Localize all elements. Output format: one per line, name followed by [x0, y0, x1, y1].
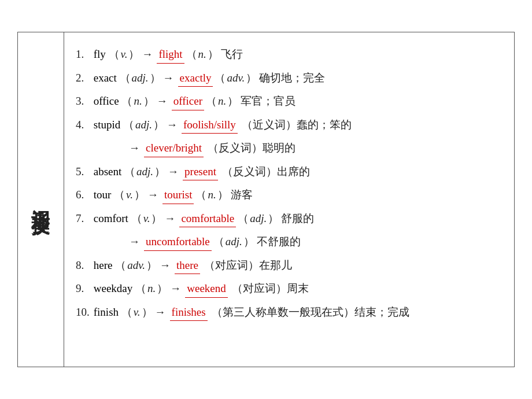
base-word: office: [91, 93, 121, 110]
list-item: 1. fly （v.） → flight （n.） 飞行: [76, 43, 500, 66]
answer-word: uncomfortable: [144, 234, 212, 251]
main-container: 词形变换 1. fly （v.） → flight （n.） 飞行 2. exa…: [17, 32, 515, 367]
list-item: 3. office （n.） → officer （n.） 军官；官员: [76, 90, 500, 113]
item-number: 7.: [76, 210, 91, 227]
item-number: 2.: [76, 70, 91, 87]
answer-word: finishes: [170, 304, 208, 322]
list-subitem: → uncomfortable （adj.） 不舒服的: [76, 230, 500, 254]
list-item: 9. weekday （n.） → weekend （对应词）周末: [76, 277, 500, 301]
list-subitem: → clever/bright （反义词）聪明的: [76, 136, 500, 160]
base-word: stupid: [91, 117, 123, 134]
list-item: 7. comfort （v.） → comfortable （adj.） 舒服的: [76, 207, 500, 231]
answer-word: tourist: [162, 187, 194, 204]
answer-word: clever/bright: [144, 140, 204, 157]
content-area: 1. fly （v.） → flight （n.） 飞行 2. exact （a…: [64, 32, 514, 367]
list-item: 4. stupid （adj.） → foolish/silly （近义词）蠢的…: [76, 113, 500, 137]
answer-word: officer: [172, 93, 204, 110]
list-item: 8. here （adv.） → there （对应词）在那儿: [76, 254, 500, 278]
base-word: absent: [91, 164, 124, 180]
base-word: here: [91, 257, 115, 274]
item-number: 9.: [76, 280, 91, 297]
list-item: 2. exact （adj.） → exactly （adv.） 确切地；完全: [76, 66, 500, 90]
answer-word: there: [175, 257, 200, 275]
answer-word: present: [183, 164, 218, 181]
item-number: 1.: [76, 46, 91, 63]
item-number: 6.: [76, 187, 91, 204]
list-item: 10. finish （v.） → finishes （第三人称单数一般现在式）…: [76, 301, 500, 324]
base-word: finish: [91, 304, 121, 321]
base-word: comfort: [91, 210, 131, 227]
answer-word: exactly: [178, 70, 213, 87]
answer-word: weekend: [185, 280, 228, 298]
answer-word: foolish/silly: [182, 117, 238, 134]
base-word: weekday: [91, 280, 135, 297]
label-text: 词形变换: [28, 195, 54, 204]
list-item: 6. tour （v.） → tourist （n.） 游客: [76, 183, 500, 207]
item-number: 10.: [76, 304, 91, 321]
base-word: tour: [91, 187, 114, 204]
item-number: 5.: [76, 164, 91, 180]
answer-word: comfortable: [179, 210, 236, 228]
list-item: 5. absent （adj.） → present （反义词）出席的: [76, 160, 500, 184]
item-number: 4.: [76, 117, 91, 134]
base-word: fly: [91, 46, 109, 63]
answer-word: flight: [157, 46, 184, 64]
section-label: 词形变换: [18, 32, 64, 367]
item-number: 8.: [76, 257, 91, 274]
item-number: 3.: [76, 93, 91, 110]
base-word: exact: [91, 70, 120, 87]
